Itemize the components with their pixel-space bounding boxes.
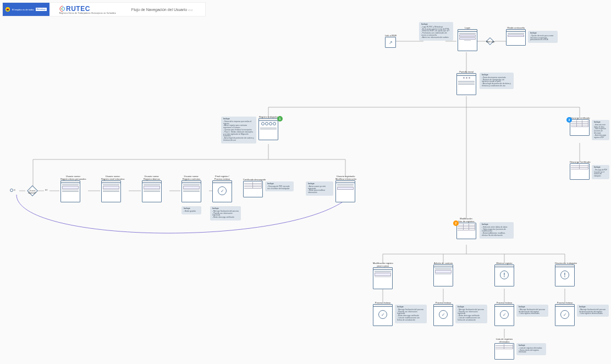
node-proc-4: Proceso éxitoso ✓ [555, 301, 575, 326]
node-proc-2: Proceso éxitoso ✓ [433, 301, 453, 326]
note-proc-3: Incluye - Mensaje finalización del proce… [516, 305, 548, 317]
node-link-rue: Link al RUE ↗ [385, 34, 397, 48]
node-proc-1: Proceso éxitoso ✓ [373, 301, 393, 326]
node-lista-eliminados: Lista de registros eliminados [494, 338, 514, 360]
note-registro: Incluye - Datos de la empresa que realiz… [221, 117, 256, 144]
check-icon: ✓ [442, 312, 445, 317]
node-descarga-cert: Descarga certificado 3 [570, 117, 590, 136]
note-descarga2: Incluye - Descarga de PDF marcado con el… [592, 165, 609, 179]
node-nuevo-nivel: Usuario nuevo: Registro nivel educativo [101, 175, 124, 202]
node-registro: Registro trabajador 1 [258, 115, 278, 140]
node-final-registro: Final registro / Proceso exitoso ✓ [212, 175, 232, 202]
node-adicion: Adición de contrato [433, 262, 453, 286]
node-desvincular: Desvincular trabajador ! [555, 262, 577, 286]
node-cert-descargado: Certificado descargado [243, 178, 266, 197]
decision-registrado: ¿Usuario registrado? [27, 185, 38, 196]
node-usuario-registrado: Usuario registrado: Modificar informació… [335, 175, 356, 202]
node-olvido: Olvidó contraseña [506, 26, 526, 46]
check-icon: ✓ [381, 312, 385, 317]
decision-no: NO [45, 189, 48, 191]
check-icon: ✓ [563, 312, 567, 317]
note-usuario-reg: Incluye - Aviso usuario ya está registra… [306, 181, 333, 196]
note-proc-1: Incluye - Mensaje finalización del proce… [395, 305, 427, 323]
note-descarga: Incluye - Selección entre tablas de dato… [592, 120, 609, 140]
note-lista: Incluye - Lista de registros eliminados … [516, 343, 546, 355]
node-nuevo-idiomas: Usuario nuevo: Registro idiomas [142, 175, 162, 202]
note-olvido: Incluye - Opción de envío para correo el… [528, 31, 558, 43]
node-mod-paso: Modificación registro paso a paso [373, 262, 393, 289]
node-proc-3: Proceso éxitoso ✓ [494, 301, 514, 326]
note-nuevo-contratos: Incluye - Botón guardar [181, 206, 201, 214]
node-nuevo-contratos: Usuario nuevo: Registro contratos [181, 175, 201, 202]
note-final: Incluye - Mensaje finalización del proce… [210, 206, 241, 220]
node-eliminar: Eliminar registro ! [494, 262, 514, 286]
external-link-icon: ↗ [389, 40, 393, 45]
note-modificacion: Incluye - Selección entre tablas de dato… [480, 222, 514, 239]
decision-si: SI [14, 189, 15, 191]
alert-icon: ! [503, 272, 505, 278]
note-pantalla: Incluye - Datos de empresa conectada - B… [480, 73, 514, 89]
note-proc-2: Incluye - Mensaje finalización del proce… [455, 305, 487, 323]
badge-step-2: 2 [453, 220, 459, 226]
alert-icon: ! [564, 272, 565, 278]
node-modificacion: Modificación: lista de registros 2 [456, 217, 476, 239]
node-pantalla-inicial: Pantalla inicial [456, 70, 476, 95]
decision-datos-login: Datos Login [486, 37, 494, 45]
node-login: Login [458, 26, 477, 51]
terminal-si [10, 189, 13, 192]
badge-step-1: 1 [277, 116, 283, 122]
note-cert: Incluye - Descarga de PDF marcado con el… [265, 181, 294, 191]
check-icon: ✓ [503, 312, 507, 317]
note-login: Incluye - Logo RUTEC y Mintrabajo - En l… [419, 22, 453, 41]
check-icon: ✓ [221, 189, 224, 194]
badge-step-3: 3 [566, 117, 572, 123]
node-descarga-cert2: Descarga Certificado [570, 161, 590, 180]
node-nuevo-datos: Usuario nuevo: Registro datos personales [60, 175, 86, 202]
note-proc-4: Incluye - Mensaje finalización del proce… [577, 305, 609, 317]
